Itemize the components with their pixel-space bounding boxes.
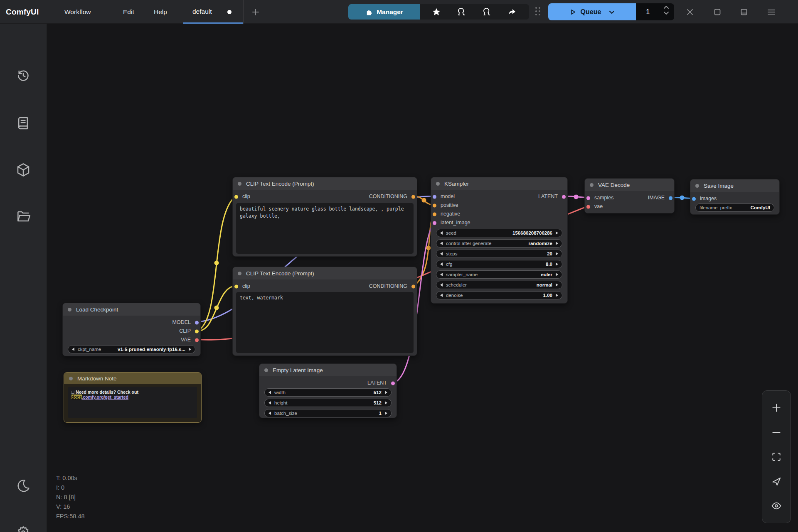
collapse-dot[interactable] — [69, 377, 73, 380]
port-dot[interactable] — [411, 195, 415, 199]
widget-width[interactable]: width 512 — [264, 388, 392, 397]
maximize-button[interactable] — [712, 7, 723, 17]
chevron-down-icon[interactable] — [608, 9, 615, 15]
close-button[interactable] — [684, 7, 696, 17]
menu-workflow[interactable]: Workflow — [64, 0, 91, 24]
decrement-arrow-icon[interactable] — [440, 231, 443, 235]
widget-scheduler[interactable]: scheduler normal — [436, 281, 562, 289]
node-markdown-note[interactable]: Markdown Note □Need more details? Check … — [64, 372, 202, 423]
node-save-image[interactable]: Save Image images filename_prefix ComfyU… — [690, 179, 780, 215]
collapse-dot[interactable] — [264, 368, 268, 372]
decrement-arrow-icon[interactable] — [268, 412, 271, 415]
port-dot[interactable] — [195, 321, 199, 324]
increment-arrow-icon[interactable] — [189, 348, 191, 351]
increment-arrow-icon[interactable] — [556, 262, 558, 266]
increment-arrow-icon[interactable] — [556, 273, 558, 276]
increment-arrow-icon[interactable] — [556, 283, 558, 287]
decrement-arrow-icon[interactable] — [440, 294, 443, 297]
prompt-textarea[interactable]: text, watermark — [236, 292, 414, 353]
widget-ckpt-name[interactable]: ckpt_name v1-5-pruned-emaonly-fp16.s... — [68, 345, 195, 353]
port-dot[interactable] — [433, 212, 436, 216]
widget-filename-prefix[interactable]: filename_prefix ComfyUI — [695, 203, 774, 212]
node-header[interactable]: Load Checkpoint — [63, 303, 200, 316]
node-header[interactable]: KSampler — [431, 177, 567, 190]
menu-help[interactable]: Help — [154, 0, 167, 24]
collapse-dot[interactable] — [695, 184, 699, 188]
hamburger-menu-button[interactable] — [766, 7, 777, 17]
port-dot[interactable] — [234, 284, 238, 288]
node-header[interactable]: Empty Latent Image — [259, 364, 397, 376]
navigation-mode-button[interactable] — [769, 474, 784, 489]
zoom-in-button[interactable] — [769, 400, 784, 415]
node-vae-decode[interactable]: VAE Decode samples IMAGE vae — [584, 178, 675, 213]
increment-arrow-icon[interactable] — [556, 231, 558, 235]
port-dot[interactable] — [586, 196, 590, 200]
decrement-arrow-icon[interactable] — [440, 273, 443, 276]
graph-canvas[interactable] — [47, 24, 798, 532]
port-dot[interactable] — [433, 203, 436, 207]
increment-arrow-icon[interactable] — [385, 412, 387, 415]
decrement-arrow-icon[interactable] — [268, 391, 271, 394]
chevron-down-icon[interactable] — [663, 11, 669, 15]
node-header[interactable]: Save Image — [690, 179, 779, 192]
sidebar-node-library-button[interactable] — [13, 113, 33, 133]
widget-cfg[interactable]: cfg 8.0 — [436, 260, 562, 268]
node-header[interactable]: CLIP Text Encode (Prompt) — [233, 267, 417, 279]
note-content[interactable]: □Need more details? Check out docs.comfy… — [68, 387, 197, 418]
widget-batch-size[interactable]: batch_size 1 — [264, 409, 392, 417]
prompt-textarea[interactable]: beautiful scenery nature glass bottle la… — [236, 203, 414, 254]
decrement-arrow-icon[interactable] — [72, 348, 74, 351]
port-dot[interactable] — [669, 196, 672, 200]
increment-arrow-icon[interactable] — [385, 391, 387, 394]
collapse-dot[interactable] — [68, 308, 71, 311]
node-load-checkpoint[interactable]: Load Checkpoint MODEL CLIP VAE ckpt_name… — [62, 303, 201, 356]
port-dot[interactable] — [391, 381, 395, 385]
decrement-arrow-icon[interactable] — [440, 242, 443, 245]
port-dot[interactable] — [411, 284, 415, 288]
port-dot[interactable] — [433, 195, 436, 199]
chevron-up-icon[interactable] — [663, 5, 669, 9]
decrement-arrow-icon[interactable] — [440, 283, 443, 287]
increment-arrow-icon[interactable] — [556, 252, 558, 255]
sidebar-model-library-button[interactable] — [13, 160, 33, 180]
sidebar-theme-toggle-button[interactable] — [13, 476, 33, 496]
queue-button[interactable]: Queue — [548, 3, 636, 20]
star-icon[interactable] — [432, 7, 441, 17]
toolbar-drag-handle[interactable] — [535, 7, 541, 16]
batch-count-stepper[interactable]: 1 — [636, 3, 674, 20]
share-arrow-icon[interactable] — [507, 7, 517, 17]
fit-view-button[interactable] — [769, 449, 784, 464]
node-header[interactable]: VAE Decode — [585, 179, 674, 191]
decrement-arrow-icon[interactable] — [440, 262, 443, 266]
port-dot[interactable] — [195, 338, 199, 342]
widget-steps[interactable]: steps 20 — [436, 250, 562, 258]
menu-edit[interactable]: Edit — [123, 0, 134, 24]
collapse-dot[interactable] — [238, 272, 241, 275]
node-header[interactable]: CLIP Text Encode (Prompt) — [233, 177, 417, 190]
stepper-arrows[interactable] — [663, 5, 669, 15]
sidebar-settings-button[interactable] — [13, 522, 33, 532]
note-link-highlight[interactable]: docs — [71, 395, 82, 400]
bell-icon[interactable] — [482, 7, 492, 17]
port-dot[interactable] — [692, 197, 696, 201]
zoom-out-button[interactable] — [769, 425, 784, 440]
widget-sampler-name[interactable]: sampler_name euler — [436, 270, 562, 279]
increment-arrow-icon[interactable] — [556, 294, 558, 297]
node-ksampler[interactable]: KSampler model LATENT positive negative … — [431, 177, 568, 304]
node-clip-text-encode-positive[interactable]: CLIP Text Encode (Prompt) clip CONDITION… — [232, 177, 417, 257]
node-header[interactable]: Markdown Note — [64, 373, 201, 384]
collapse-dot[interactable] — [590, 183, 594, 187]
sidebar-history-button[interactable] — [13, 66, 33, 86]
port-dot[interactable] — [195, 329, 199, 333]
node-empty-latent-image[interactable]: Empty Latent Image LATENT width 512 heig… — [259, 363, 397, 418]
widget-denoise[interactable]: denoise 1.00 — [436, 291, 562, 299]
decrement-arrow-icon[interactable] — [268, 401, 271, 405]
workflow-tab-default[interactable]: default — [183, 0, 244, 24]
decrement-arrow-icon[interactable] — [440, 252, 443, 255]
widget-height[interactable]: height 512 — [264, 399, 392, 407]
new-workflow-button[interactable] — [249, 6, 262, 18]
bottom-panel-toggle-button[interactable] — [738, 7, 750, 17]
bell-icon[interactable] — [456, 7, 466, 17]
increment-arrow-icon[interactable] — [556, 242, 558, 245]
sidebar-workflows-button[interactable] — [13, 206, 33, 226]
